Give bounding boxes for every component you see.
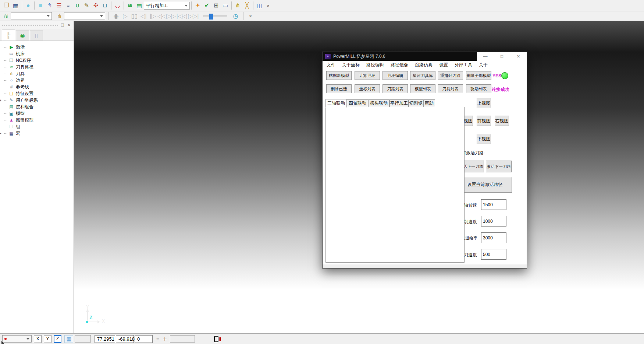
rewind-icon[interactable]: ◁◁ — [157, 12, 167, 21]
save-file-icon[interactable]: ▦ — [11, 1, 20, 10]
model-list-button[interactable]: 模型列表 — [410, 84, 435, 93]
panel-grip[interactable] — [2, 25, 58, 26]
menu-path-mirror[interactable]: 路径镜像 — [387, 62, 412, 68]
panel-restore-icon[interactable]: ❐ — [60, 23, 65, 27]
boundary-icon[interactable]: ∪ — [73, 1, 82, 10]
tool-select[interactable] — [64, 12, 105, 20]
maximize-button[interactable]: □ — [494, 52, 510, 61]
tree-item-groups[interactable]: ❒组 — [2, 123, 74, 130]
grid-snap-icon[interactable]: ▦ — [64, 335, 73, 343]
nc-program-icon[interactable]: ☰ — [54, 1, 64, 10]
fast-forward-icon[interactable]: ▷▷ — [167, 12, 176, 21]
toolpath-fire-icon[interactable]: ✦ — [193, 1, 202, 10]
cutting-speed-input[interactable] — [481, 216, 506, 227]
block-icon[interactable]: ■ — [36, 1, 45, 10]
tab-help[interactable]: 帮助 — [423, 99, 435, 107]
tree-item-models[interactable]: ▣模型 — [2, 110, 74, 117]
toolpath-select[interactable] — [11, 12, 52, 20]
delete-selected-button[interactable]: 删除已选 — [326, 84, 352, 93]
expand-icon[interactable]: + — [0, 132, 2, 135]
explorer-tree-tab[interactable]: ╠ — [2, 29, 15, 41]
tool-pair-icon[interactable]: ⋔ — [233, 1, 242, 10]
menu-file[interactable]: 文件 — [323, 62, 339, 68]
probe-icon[interactable]: ✛ — [163, 336, 167, 342]
pause-icon[interactable]: ▯▯ — [130, 12, 139, 21]
play-icon[interactable]: ▷ — [121, 12, 130, 21]
tree-item-stock-models[interactable]: ▲残留模型 — [2, 117, 74, 123]
menu-external-tools[interactable]: 外部工具 — [451, 62, 476, 68]
tree-item-nc-program[interactable]: ❏NC程序 — [2, 57, 74, 64]
toolpath-list-button[interactable]: 刀路列表 — [383, 84, 408, 93]
paste-new-model-button[interactable]: 粘贴新模型 — [326, 71, 352, 80]
step-forward-icon[interactable]: |▷ — [148, 12, 157, 21]
view-front-button[interactable]: 前视图 — [477, 116, 491, 126]
menu-render-sim[interactable]: 渲染仿真 — [412, 62, 436, 68]
stock-edit-button[interactable]: 毛坯编辑 — [383, 71, 408, 80]
points-icon[interactable]: ✣ — [91, 1, 100, 10]
menu-coords[interactable]: 关于坐标 — [339, 62, 363, 68]
simulation-speed-slider[interactable] — [203, 15, 227, 17]
tree-item-pattern[interactable]: #参考线 — [2, 84, 74, 90]
dialog-titlebar[interactable]: ✦ PowerMILL 忆梦星河 7.0.6 — □ ✕ — [323, 52, 527, 61]
coord-list-button[interactable]: 坐标列表 — [355, 84, 380, 93]
view-top-button[interactable]: 上视图 — [477, 98, 491, 108]
clock-icon[interactable]: ◷ — [231, 12, 240, 21]
tree-item-feature-set[interactable]: ❑特征设置 — [2, 90, 74, 97]
reorder-toolpaths-button[interactable]: 重排列刀路 — [438, 71, 463, 80]
ruler-icon[interactable]: ▭ — [221, 1, 230, 10]
feature-block-icon[interactable]: ⊔ — [100, 1, 110, 10]
toolpath-green-icon[interactable]: ≋ — [1, 12, 11, 21]
tree-item-toolpaths[interactable]: ≋刀具路径 — [2, 64, 74, 70]
strategy-list-icon[interactable]: ▤ — [135, 1, 144, 10]
open-file-icon[interactable]: ❒ — [2, 1, 11, 10]
plunge-speed-input[interactable] — [481, 249, 506, 260]
tools-group-icon[interactable]: ⋔ — [55, 12, 64, 21]
swap-tools-icon[interactable]: ╳ — [242, 1, 252, 10]
lightbulb-icon[interactable]: ◉ — [111, 12, 121, 21]
sim-close-icon[interactable]: × — [246, 12, 255, 21]
tab-swivel[interactable]: 摆头联动 — [368, 99, 389, 107]
close-button[interactable]: ✕ — [510, 52, 527, 61]
tree-item-workplanes[interactable]: +✎用户坐标系 — [2, 97, 74, 103]
globe-tab[interactable]: ◉ — [16, 31, 29, 41]
expand-icon[interactable]: + — [0, 99, 2, 102]
skip-start-icon[interactable]: |◁◁ — [176, 12, 188, 21]
tool-list-button[interactable]: 刀具列表 — [438, 84, 463, 93]
rapid-feed-input[interactable] — [481, 232, 506, 243]
set-active-path-button[interactable]: 设置当前激活路径 — [458, 177, 512, 193]
spindle-speed-input[interactable] — [481, 199, 506, 210]
delete-all-models-button[interactable]: 删除全部模型 — [466, 71, 491, 80]
toolbar-close-icon[interactable]: × — [264, 1, 272, 10]
step-back-icon[interactable]: ◁| — [139, 12, 148, 21]
tree-item-tools[interactable]: ⋔刀具 — [2, 70, 74, 77]
skip-end-icon[interactable]: ▷▷| — [188, 12, 199, 21]
tree-item-machine[interactable]: ▭机床 — [2, 50, 74, 57]
view-bottom-button[interactable]: 下视图 — [477, 134, 491, 144]
toolpath-green-icon[interactable]: ≋ — [125, 1, 135, 10]
tree-item-macros[interactable]: +▦宏 — [2, 130, 74, 137]
panel-close-icon[interactable]: ✕ — [67, 23, 71, 27]
slider-handle[interactable] — [209, 14, 213, 20]
menu-path-edit[interactable]: 路径编辑 — [363, 62, 387, 68]
verify-check-icon[interactable]: ✔ — [202, 1, 211, 10]
menu-about[interactable]: 关于 — [476, 62, 491, 68]
tab-3axis[interactable]: 三轴联动 — [325, 99, 347, 108]
tool-ball-icon[interactable]: ◒ — [64, 1, 73, 10]
tool-library-button[interactable]: 星河刀具库 — [410, 71, 435, 80]
drive-list-button[interactable]: 驱动列表 — [466, 84, 491, 93]
collision-check-icon[interactable]: ◡ — [113, 1, 122, 10]
workplane-dropdown[interactable] — [2, 335, 32, 343]
ball-tool-icon[interactable]: ● — [24, 1, 33, 10]
tab-parallel[interactable]: 平行加工 — [389, 99, 409, 107]
tree-item-levels[interactable]: ▤层和组合 — [2, 103, 74, 110]
axis-y-button[interactable]: Y — [44, 335, 51, 343]
menu-settings[interactable]: 设置 — [436, 62, 451, 68]
toolpath-arrow-icon[interactable]: ↰ — [45, 1, 54, 10]
calculator-icon[interactable]: ⊞ — [211, 1, 221, 10]
strategy-dropdown[interactable]: 平行精加工 — [144, 2, 190, 10]
axis-z-button[interactable]: Z — [54, 335, 61, 343]
cylinders-icon[interactable]: ◫ — [255, 1, 264, 10]
tree-item-boundary[interactable]: ○边界 — [2, 77, 74, 84]
xyz-list-icon[interactable]: ≡ — [156, 336, 159, 342]
tree-item-activate[interactable]: ▶激活 — [2, 44, 74, 50]
